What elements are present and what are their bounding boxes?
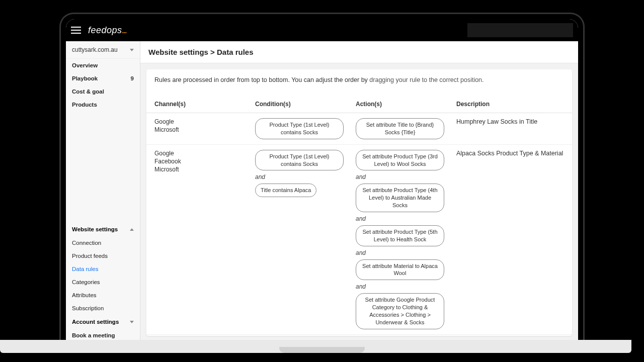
and-text: and xyxy=(255,173,351,180)
page-header: Website settings > Data rules xyxy=(140,41,578,63)
sidebar-item-categories[interactable]: Categories xyxy=(66,276,140,289)
sidebar-item-overview[interactable]: Overview xyxy=(66,59,140,72)
sidebar-item-connection[interactable]: Connection xyxy=(66,236,140,249)
device-notch xyxy=(279,347,365,353)
and-text: and xyxy=(356,173,451,180)
col-channels: Channel(s) xyxy=(154,101,255,108)
info-text: Rules are processed in order from top to… xyxy=(146,76,572,96)
conditions-cell: Product Type (1st Level) contains Socks … xyxy=(255,150,356,198)
sidebar-item-subscription[interactable]: Subscription xyxy=(66,302,140,315)
sidebar-section-account-settings[interactable]: Account settings xyxy=(66,315,140,329)
col-actions: Action(s) xyxy=(356,101,456,108)
content-area: Website settings > Data rules Rules are … xyxy=(140,41,578,342)
sidebar: cuttysark.com.au Overview Playbook 9 Cos… xyxy=(66,41,140,342)
rules-table: Channel(s) Condition(s) Action(s) Descri… xyxy=(146,96,572,335)
table-row[interactable]: Google Microsoft Product Type (1st Level… xyxy=(146,113,572,145)
chevron-down-icon xyxy=(130,321,134,323)
hamburger-menu-icon[interactable] xyxy=(71,27,81,34)
sidebar-section-website-settings[interactable]: Website settings xyxy=(66,222,140,236)
sidebar-item-data-rules[interactable]: Data rules xyxy=(66,262,140,276)
rules-card: Rules are processed in order from top to… xyxy=(146,69,572,336)
logo: feedops... xyxy=(88,25,127,36)
topbar-right-placeholder xyxy=(467,23,573,37)
action-chip[interactable]: Set attribute Product Type (5th Level) t… xyxy=(356,225,444,246)
site-name: cuttysark.com.au xyxy=(72,46,118,53)
site-selector[interactable]: cuttysark.com.au xyxy=(66,41,140,59)
conditions-cell: Product Type (1st Level) contains Socks xyxy=(255,118,356,139)
playbook-badge: 9 xyxy=(131,75,134,81)
description-cell: Humphrey Law Socks in Title xyxy=(456,118,572,125)
action-chip[interactable]: Set attribute Product Type (3rd Level) t… xyxy=(356,150,444,171)
condition-chip[interactable]: Product Type (1st Level) contains Socks xyxy=(255,150,344,171)
chevron-down-icon xyxy=(130,49,134,51)
sidebar-item-products[interactable]: Products xyxy=(66,98,140,111)
action-chip[interactable]: Set attribute Google Product Category to… xyxy=(356,293,444,329)
action-chip[interactable]: Set attribute Title to {Brand} Socks {Ti… xyxy=(356,118,444,139)
sidebar-item-product-feeds[interactable]: Product feeds xyxy=(66,249,140,262)
table-row[interactable]: Google Facebook Microsoft Product Type (… xyxy=(146,145,572,335)
condition-chip[interactable]: Title contains Alpaca xyxy=(255,184,316,197)
channels-cell: Google Facebook Microsoft xyxy=(154,150,255,174)
action-chip[interactable]: Set attribute Product Type (4th Level) t… xyxy=(356,184,444,212)
actions-cell: Set attribute Title to {Brand} Socks {Ti… xyxy=(356,118,456,139)
action-chip[interactable]: Set attribute Material to Alpaca Wool xyxy=(356,259,444,281)
chevron-up-icon xyxy=(130,228,134,231)
topbar: feedops... xyxy=(66,19,578,41)
col-description: Description xyxy=(456,101,572,108)
actions-cell: Set attribute Product Type (3rd Level) t… xyxy=(356,150,456,329)
description-cell: Alpaca Socks Product Type & Material xyxy=(456,150,572,157)
page-title: Website settings > Data rules xyxy=(148,48,570,56)
channels-cell: Google Microsoft xyxy=(154,118,255,134)
condition-chip[interactable]: Product Type (1st Level) contains Socks xyxy=(255,118,344,139)
sidebar-item-attributes[interactable]: Attributes xyxy=(66,289,140,302)
sidebar-item-cost-goal[interactable]: Cost & goal xyxy=(66,85,140,98)
and-text: and xyxy=(356,215,451,222)
col-conditions: Condition(s) xyxy=(255,101,356,108)
and-text: and xyxy=(356,283,451,290)
table-header-row: Channel(s) Condition(s) Action(s) Descri… xyxy=(146,96,572,113)
sidebar-item-playbook[interactable]: Playbook 9 xyxy=(66,72,140,85)
and-text: and xyxy=(356,249,451,256)
